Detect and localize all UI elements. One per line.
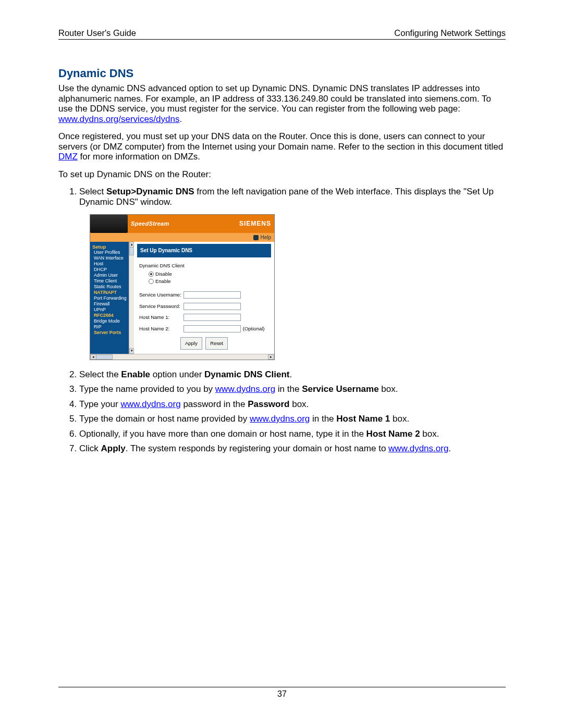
intro-paragraph-2: Once registered, you must set up your DN…	[58, 131, 506, 162]
page-footer: 37	[58, 687, 506, 699]
scroll-thumb[interactable]	[129, 247, 134, 255]
dydns-link[interactable]: www.dydns.org	[250, 414, 310, 424]
nav-item[interactable]: User Profiles	[92, 250, 129, 255]
nav-item[interactable]: Bridge Mode	[92, 318, 129, 324]
nav-item[interactable]: Time Client	[92, 278, 129, 284]
shot-pane: Set Up Dynamic DNS Dynamic DNS Client Di…	[134, 242, 274, 354]
step-3: Type the name provided to you by www.dyd…	[79, 384, 506, 394]
scroll-right-icon[interactable]: ▸	[268, 354, 274, 360]
input-password[interactable]	[183, 303, 241, 310]
step-7: Click Apply. The system responds by regi…	[79, 443, 506, 454]
page-number: 37	[277, 689, 287, 698]
header-divider	[58, 39, 506, 40]
hscroll-thumb[interactable]	[96, 354, 113, 360]
input-host2[interactable]	[183, 325, 241, 332]
shot-subbar: Help	[90, 233, 274, 242]
scroll-down-icon[interactable]: ▾	[129, 348, 134, 354]
label-host1: Host Name 1:	[138, 312, 182, 323]
nav-item[interactable]: Admin User	[92, 273, 129, 278]
step-5: Type the domain or host name provided by…	[79, 414, 506, 424]
nav-item[interactable]: NAT/NAPT	[92, 290, 129, 295]
dydns-link[interactable]: www.dydns.org	[388, 443, 448, 453]
shot-nav: Setup User Profiles WAN Interface Host D…	[90, 242, 129, 354]
nav-item[interactable]: UPnP	[92, 307, 129, 313]
step-1: Select Setup>Dynamic DNS from the left n…	[79, 187, 506, 360]
help-link[interactable]: Help	[260, 232, 271, 243]
steps-list: Select Setup>Dynamic DNS from the left n…	[58, 187, 506, 454]
label-username: Service Username:	[138, 289, 182, 301]
intro-paragraph-1: Use the dynamic DNS advanced option to s…	[58, 83, 506, 124]
nav-item[interactable]: Server Ports	[92, 330, 129, 336]
reset-button[interactable]: Reset	[205, 337, 228, 350]
nav-item[interactable]: Firewall	[92, 301, 129, 307]
group-label: Dynamic DNS Client	[139, 261, 271, 271]
input-username[interactable]	[183, 291, 241, 299]
dynamic-dns-screenshot: SpeedStream SIEMENS Help Setup User Prof…	[90, 214, 275, 360]
nav-item[interactable]: Port Forwarding	[92, 295, 129, 301]
help-icon	[253, 235, 259, 240]
nav-header: Setup	[92, 244, 129, 250]
header-left: Router User's Guide	[58, 28, 136, 38]
page-header: Router User's Guide Configuring Network …	[58, 28, 506, 39]
section-title: Dynamic DNS	[58, 67, 506, 80]
step-2: Select the Enable option under Dynamic D…	[79, 369, 506, 380]
router-image	[90, 215, 128, 233]
nav-item[interactable]: DHCP	[92, 267, 129, 273]
input-host1[interactable]	[183, 314, 241, 321]
nav-item[interactable]: RIP	[92, 324, 129, 330]
nav-item[interactable]: Host	[92, 261, 129, 267]
dydns-link[interactable]: www.dydns.org	[215, 384, 275, 394]
nav-item[interactable]: RFC2684	[92, 313, 129, 318]
label-host2: Host Name 2:	[138, 323, 182, 335]
shot-banner: SpeedStream SIEMENS	[90, 215, 274, 233]
intro-paragraph-3: To set up Dynamic DNS on the Router:	[58, 169, 506, 180]
ddns-client-group: Dynamic DNS Client Disable Enable	[139, 261, 271, 286]
optional-label: (Optional)	[242, 323, 266, 335]
vertical-scrollbar[interactable]: ▴ ▾	[129, 242, 134, 354]
horizontal-scrollbar[interactable]: ◂ ▸	[90, 354, 274, 360]
label-password: Service Password:	[138, 301, 182, 312]
apply-button[interactable]: Apply	[180, 337, 202, 350]
pane-title: Set Up Dynamic DNS	[137, 244, 271, 257]
nav-item[interactable]: WAN Interface	[92, 255, 129, 261]
step-4: Type your www.dydns.org password in the …	[79, 399, 506, 410]
dydns-link[interactable]: www.dydns.org	[120, 399, 180, 409]
header-right: Configuring Network Settings	[394, 28, 506, 38]
brand-label: SpeedStream	[131, 219, 169, 229]
step-6: Optionally, if you have more than one do…	[79, 429, 506, 439]
radio-enable[interactable]: Enable	[149, 278, 271, 285]
siemens-logo: SIEMENS	[239, 219, 271, 229]
footer-divider	[58, 687, 506, 687]
fields-table: Service Username: Service Password: Host…	[138, 289, 266, 334]
nav-item[interactable]: Static Routes	[92, 284, 129, 290]
dmz-link[interactable]: DMZ	[58, 152, 78, 162]
radio-disable[interactable]: Disable	[149, 270, 271, 278]
dydns-services-link[interactable]: www.dydns.org/services/dydns	[58, 114, 179, 124]
